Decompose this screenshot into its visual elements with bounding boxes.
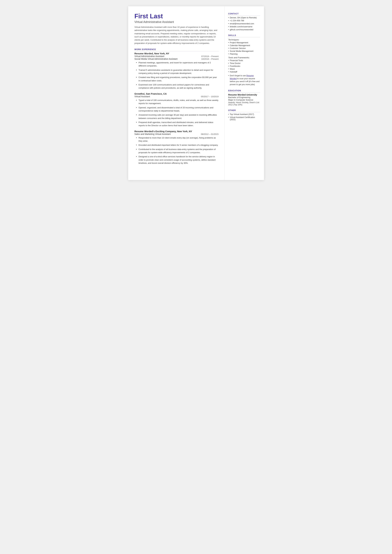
education-section: EDUCATION Resume Worded University Bache… bbox=[228, 90, 260, 106]
job-company-3: Resume Worded's Exciting Company, New Yo… bbox=[134, 130, 219, 133]
job-company-1: Resume Worded, New York, NY bbox=[134, 52, 219, 55]
job-role-row-1a: Virtual Administrative Assistant 07/2019… bbox=[134, 55, 219, 57]
contact-list: Denver, OH (Open to Remote) +1-234-456-7… bbox=[228, 17, 260, 31]
job-block-3: Resume Worded's Exciting Company, New Yo… bbox=[134, 130, 219, 165]
bullet-3a: Responded to more than 10 client emails … bbox=[136, 136, 219, 143]
job-role-row-1b: Social Media Virtual Administrative Assi… bbox=[134, 58, 219, 60]
skills-note: Don't forget to use Resume Worded to sca… bbox=[228, 74, 260, 86]
skill-t5: Planning bbox=[228, 53, 260, 55]
bullet-2d: Prepared draft agendas, transcribed and … bbox=[136, 121, 219, 127]
contact-location: Denver, OH (Open to Remote) bbox=[228, 17, 260, 19]
skills-section: SKILLS Techniques: Project Management Ca… bbox=[228, 34, 260, 86]
skill-tool5: Hubstaff bbox=[228, 71, 260, 73]
contact-email: email@resumeworded.com bbox=[228, 23, 260, 25]
contact-linkedin: linkedin.com/in/username bbox=[228, 26, 260, 28]
skill-t4: Social Media Management bbox=[228, 50, 260, 52]
job-roles-3: Sales and Marketing Virtual Assistant 08… bbox=[134, 133, 219, 135]
job-role-row-2a: Virtual Assistant 05/2017 – 10/2019 bbox=[134, 95, 219, 98]
job-date-1a: 07/2019 – Present bbox=[201, 55, 219, 57]
bullet-2c: Answered incoming calls (on average 30 p… bbox=[136, 113, 219, 120]
skills-tools-label: Tools and Frameworks: bbox=[228, 56, 260, 59]
skills-techniques-list: Project Management Calendar Management C… bbox=[228, 42, 260, 55]
main-column: First Last Virtual Administrative Assist… bbox=[128, 6, 224, 180]
candidate-name: First Last bbox=[134, 13, 219, 20]
contact-github: github.com/resumeworded bbox=[228, 28, 260, 31]
edu-degree: Bachelor of Engineering bbox=[228, 96, 260, 98]
other-header: OTHER bbox=[228, 109, 260, 112]
job-roles-2: Virtual Assistant 05/2017 – 10/2019 bbox=[134, 95, 219, 98]
job-roles-1: Virtual Administrative Assistant 07/2019… bbox=[134, 55, 219, 60]
edu-awards: Awards: Honor Society, Dean's List 2012 … bbox=[228, 101, 260, 106]
job-date-1b: 10/2018 – Present bbox=[201, 58, 219, 60]
bullet-3c: Contributed to the analysis of all busin… bbox=[136, 148, 219, 154]
skill-t2: Calendar Management bbox=[228, 44, 260, 47]
skills-tools-list: Financial Tools Time Doctor Freshbooks W… bbox=[228, 59, 260, 73]
job-bullets-3: Responded to more than 10 client emails … bbox=[136, 136, 219, 165]
skill-tool1: Financial Tools bbox=[228, 59, 260, 62]
job-role-title-2a: Virtual Assistant bbox=[134, 95, 150, 98]
contact-phone: +1-234-456-789 bbox=[228, 20, 260, 22]
skill-tool4: Wave bbox=[228, 68, 260, 70]
edu-major: Major in Computer Science bbox=[228, 99, 260, 101]
bullet-2a: Typed a total of 100 communications, dra… bbox=[136, 99, 219, 105]
bullet-1b: Trained 5 administrative assistants to g… bbox=[136, 69, 219, 75]
skill-t1: Project Management bbox=[228, 42, 260, 44]
job-title: Virtual Administrative Assistant bbox=[134, 20, 219, 24]
skills-header: SKILLS bbox=[228, 34, 260, 37]
other-section: OTHER Top Virtual Assistant (2017) Virtu… bbox=[228, 109, 260, 121]
skills-note-prefix: Don't forget to use bbox=[230, 75, 246, 77]
other-item-1: Top Virtual Assistant (2017) bbox=[228, 113, 260, 115]
bullet-1c: Created new filing and organizing proced… bbox=[136, 76, 219, 82]
job-company-2: Growthsi, San Francisco, CA bbox=[134, 92, 219, 95]
job-role-row-3a: Sales and Marketing Virtual Assistant 08… bbox=[134, 133, 219, 135]
job-bullets-2: Typed a total of 100 communications, dra… bbox=[136, 99, 219, 127]
work-experience-header: WORK EXPERIENCE bbox=[134, 48, 219, 51]
job-role-title-3a: Sales and Marketing Virtual Assistant bbox=[134, 133, 171, 135]
job-role-title-1b: Social Media Virtual Administrative Assi… bbox=[134, 58, 178, 60]
job-date-3a: 08/2012 – 01/2015 bbox=[201, 133, 218, 135]
job-block-1: Resume Worded, New York, NY Virtual Admi… bbox=[134, 52, 219, 90]
sidebar-column: CONTACT Denver, OH (Open to Remote) +1-2… bbox=[224, 6, 264, 180]
skills-techniques-label: Techniques: bbox=[228, 39, 260, 41]
education-header: EDUCATION bbox=[228, 90, 260, 92]
skill-tool2: Time Doctor bbox=[228, 62, 260, 64]
job-role-title-1a: Virtual Administrative Assistant bbox=[134, 55, 164, 57]
skill-t3: Customer Service bbox=[228, 47, 260, 49]
contact-header: CONTACT bbox=[228, 13, 260, 16]
contact-section: CONTACT Denver, OH (Open to Remote) +1-2… bbox=[228, 13, 260, 31]
work-experience-section: WORK EXPERIENCE Resume Worded, New York,… bbox=[134, 48, 219, 165]
summary-text: Virtual Administrative Assistant with mo… bbox=[134, 26, 219, 45]
edu-school: Resume Worded University bbox=[228, 93, 260, 96]
bullet-2b: Opened, organized, and disseminated a to… bbox=[136, 106, 219, 112]
job-block-2: Growthsi, San Francisco, CA Virtual Assi… bbox=[134, 92, 219, 127]
bullet-1d: Examined over 100 communications and con… bbox=[136, 83, 219, 90]
resume-page: First Last Virtual Administrative Assist… bbox=[128, 6, 264, 180]
job-bullets-1: Planned meetings, appointments, and trav… bbox=[136, 61, 219, 90]
bullet-3d: Designed a one-of-a-kind office services… bbox=[136, 155, 219, 165]
skill-tool3: Freshbooks bbox=[228, 65, 260, 67]
other-list: Top Virtual Assistant (2017) Virtual Ass… bbox=[228, 113, 260, 121]
bullet-3b: Encoded and distributed important letter… bbox=[136, 144, 219, 147]
other-item-2: Virtual Assistant Certification (2022) bbox=[228, 116, 260, 121]
job-date-2a: 05/2017 – 10/2019 bbox=[201, 95, 218, 98]
bullet-1a: Planned meetings, appointments, and trav… bbox=[136, 61, 219, 68]
